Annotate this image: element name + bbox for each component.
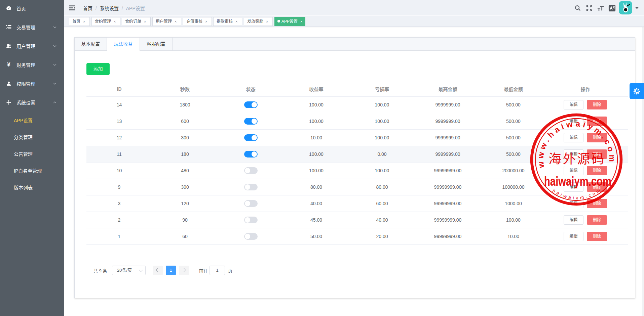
svg-text:haiwaiym.com: haiwaiym.com bbox=[544, 174, 611, 188]
svg-text:海外源码: 海外源码 bbox=[548, 152, 606, 166]
